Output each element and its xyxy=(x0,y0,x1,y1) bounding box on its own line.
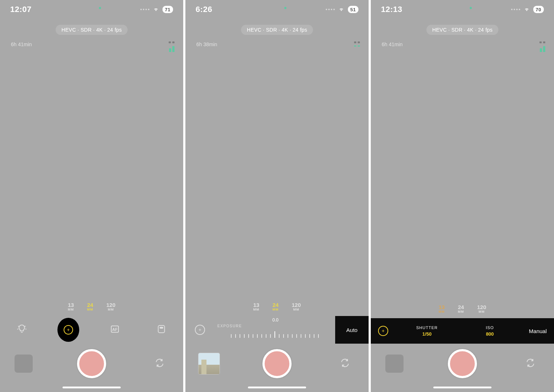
exposure-button[interactable] xyxy=(378,326,396,336)
lens-option-24mm[interactable]: 24 MM xyxy=(87,302,93,311)
lens-option-13mm[interactable]: 13 MM xyxy=(438,304,445,313)
shutter-row xyxy=(185,344,369,384)
zoom-button[interactable] xyxy=(8,304,20,310)
exposure-ticks xyxy=(214,331,335,338)
cellular-dots xyxy=(140,9,149,10)
flip-camera-icon xyxy=(525,358,535,369)
battery-level: 70 xyxy=(533,6,544,13)
lens-row: 13 MM 24 MM 120 MM xyxy=(371,300,554,318)
settings-button[interactable] xyxy=(347,23,363,36)
lens-unit: MM xyxy=(106,308,115,311)
exposure-button[interactable] xyxy=(57,318,79,342)
record-button[interactable] xyxy=(448,349,477,378)
media-thumbnail[interactable] xyxy=(198,353,220,374)
histogram-placeholder xyxy=(354,41,360,43)
lens-option-24mm[interactable]: 24 MM xyxy=(458,304,464,313)
iso-button[interactable]: ISO 800 xyxy=(458,325,521,337)
lens-row: 13 MM 24 MM 120 MM xyxy=(0,298,183,316)
autofocus-button[interactable] xyxy=(104,324,126,336)
bottom-controls: 13 MM 24 MM 120 MM SHUTTER 1/50 I xyxy=(371,300,554,392)
af-icon xyxy=(109,324,120,336)
exposure-slider[interactable]: EXPOSURE 0.0 xyxy=(214,316,335,344)
shutter-label: SHUTTER xyxy=(416,325,438,330)
flip-camera-button[interactable] xyxy=(332,358,358,369)
flip-camera-icon xyxy=(340,358,350,369)
lens-unit: MM xyxy=(87,308,93,311)
flip-camera-button[interactable] xyxy=(147,358,172,369)
exposure-label: EXPOSURE xyxy=(217,324,242,328)
shutter-speed-button[interactable]: SHUTTER 1/50 xyxy=(396,325,458,337)
phone-screen-2: 6:26 51 HEVC · SDR · 4K · 24 fps 6h 38mi… xyxy=(185,0,369,392)
lens-unit: MM xyxy=(68,308,74,311)
format-chip[interactable]: HEVC · SDR · 4K · 24 fps xyxy=(241,25,313,35)
format-chip[interactable]: HEVC · SDR · 4K · 24 fps xyxy=(426,25,498,35)
lens-option-120mm[interactable]: 120 MM xyxy=(477,304,486,313)
lens-expand-button[interactable] xyxy=(348,304,361,310)
storage-remaining: 6h 41min xyxy=(380,41,403,47)
top-toolbar: HEVC · SDR · 4K · 24 fps xyxy=(0,21,183,39)
lens-focal-length: 13 xyxy=(253,302,259,308)
lens-unit: MM xyxy=(477,310,486,313)
lens-selector: 13 MM 24 MM 120 MM xyxy=(438,304,486,313)
top-toolbar: HEVC · SDR · 4K · 24 fps xyxy=(185,21,369,39)
battery-level: 71 xyxy=(162,6,173,13)
multicam-button[interactable] xyxy=(377,23,393,36)
lens-expand-button[interactable] xyxy=(534,306,546,312)
lens-option-120mm[interactable]: 120 MM xyxy=(292,302,301,311)
lens-option-13mm[interactable]: 13 MM xyxy=(253,302,259,311)
lens-option-24mm[interactable]: 24 MM xyxy=(272,302,278,311)
zoom-button[interactable] xyxy=(379,306,391,312)
lens-selector: 13 MM 24 MM 120 MM xyxy=(68,302,115,311)
storage-text: 6h 41min xyxy=(382,41,403,47)
zoom-button[interactable] xyxy=(193,304,206,310)
exposure-plus-icon xyxy=(195,325,205,335)
shutter-value: 1/50 xyxy=(422,331,431,337)
format-text: HEVC · SDR · 4K · 24 fps xyxy=(432,27,493,33)
home-indicator[interactable] xyxy=(63,387,121,388)
record-button[interactable] xyxy=(77,349,106,378)
white-balance-button[interactable] xyxy=(150,324,172,336)
bottom-controls: 13 MM 24 MM 120 MM EXPOSURE 0.0 xyxy=(185,298,369,392)
lens-focal-length: 24 xyxy=(272,302,278,308)
manual-exposure-panel: SHUTTER 1/50 ISO 800 Manual xyxy=(371,318,554,344)
status-bar: 6:26 51 xyxy=(185,4,369,15)
exposure-mode-button[interactable]: Auto xyxy=(335,316,369,344)
storage-text: 6h 41min xyxy=(11,41,32,47)
storage-remaining: 6h 38min xyxy=(194,41,217,47)
lens-focal-length: 24 xyxy=(458,304,464,310)
home-indicator[interactable] xyxy=(248,387,306,388)
status-time: 6:26 xyxy=(196,5,212,14)
multicam-button[interactable] xyxy=(191,23,207,36)
record-button[interactable] xyxy=(262,349,292,378)
flip-camera-icon xyxy=(154,358,165,369)
lens-option-120mm[interactable]: 120 MM xyxy=(106,302,115,311)
exposure-button[interactable] xyxy=(185,316,214,344)
phone-screen-1: 12:07 71 HEVC · SDR · 4K · 24 fps 6h 41m… xyxy=(0,0,183,392)
lighting-button[interactable] xyxy=(11,324,33,336)
exposure-mode-button[interactable]: Manual xyxy=(521,328,547,334)
audio-level-indicator xyxy=(169,45,174,52)
format-chip[interactable]: HEVC · SDR · 4K · 24 fps xyxy=(56,25,128,35)
lens-focal-length: 120 xyxy=(292,302,301,308)
info-bar: 6h 38min xyxy=(185,41,369,55)
bulb-icon xyxy=(16,324,27,336)
multicam-button[interactable] xyxy=(6,23,22,36)
status-bar: 12:13 70 xyxy=(371,4,554,15)
histogram-placeholder xyxy=(539,41,545,43)
lens-unit: MM xyxy=(458,310,464,313)
lens-unit: MM xyxy=(438,310,445,313)
home-indicator[interactable] xyxy=(433,387,491,388)
media-thumbnail[interactable] xyxy=(15,355,33,373)
settings-button[interactable] xyxy=(532,23,548,36)
lens-focal-length: 13 xyxy=(438,304,445,310)
flip-camera-button[interactable] xyxy=(518,358,543,369)
format-text: HEVC · SDR · 4K · 24 fps xyxy=(247,27,307,33)
media-thumbnail[interactable] xyxy=(385,355,404,373)
lens-option-13mm[interactable]: 13 MM xyxy=(68,302,74,311)
settings-button[interactable] xyxy=(161,23,177,36)
controls-row xyxy=(0,316,183,344)
lens-focal-length: 120 xyxy=(477,304,486,310)
wifi-icon xyxy=(523,7,530,12)
lens-expand-button[interactable] xyxy=(163,304,175,310)
battery-level: 51 xyxy=(348,6,358,13)
